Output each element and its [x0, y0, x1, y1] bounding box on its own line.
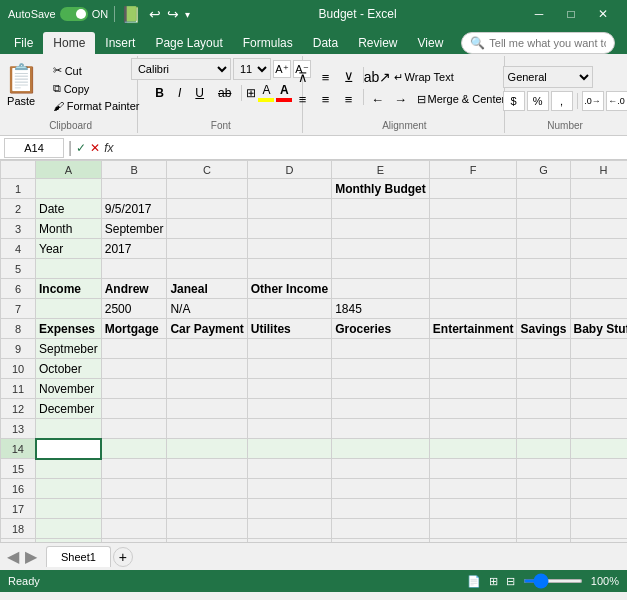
cell[interactable]: Income: [36, 279, 102, 299]
cell[interactable]: [167, 519, 247, 539]
cell[interactable]: [429, 479, 517, 499]
copy-button[interactable]: ⧉ Copy: [49, 80, 144, 97]
row-number[interactable]: 18: [1, 519, 36, 539]
cell[interactable]: [570, 199, 627, 219]
row-number[interactable]: 15: [1, 459, 36, 479]
cell[interactable]: [570, 479, 627, 499]
cell[interactable]: Savings: [517, 319, 570, 339]
row-number[interactable]: 2: [1, 199, 36, 219]
cell[interactable]: 9/5/2017: [101, 199, 167, 219]
accounting-button[interactable]: $: [503, 91, 525, 111]
cell[interactable]: Expenses: [36, 319, 102, 339]
tab-view[interactable]: View: [408, 32, 454, 54]
align-center-button[interactable]: ≡: [315, 89, 337, 109]
cell[interactable]: [429, 539, 517, 543]
cell[interactable]: [517, 539, 570, 543]
cell[interactable]: [517, 179, 570, 199]
cut-button[interactable]: ✂ Cut: [49, 62, 144, 79]
cell[interactable]: [429, 339, 517, 359]
cell[interactable]: [36, 299, 102, 319]
cell[interactable]: [429, 299, 517, 319]
cell[interactable]: [429, 199, 517, 219]
cell[interactable]: [101, 479, 167, 499]
quick-access-more[interactable]: ▾: [183, 7, 192, 22]
cell[interactable]: [167, 199, 247, 219]
merge-center-button[interactable]: ⊟ Merge & Center ▾: [413, 89, 518, 109]
decimal-decrease-button[interactable]: ←.0: [606, 91, 627, 111]
cell[interactable]: [247, 419, 331, 439]
view-normal-icon[interactable]: 📄: [467, 575, 481, 588]
cell[interactable]: [570, 339, 627, 359]
sheet-tab-sheet1[interactable]: Sheet1: [46, 546, 111, 567]
cell[interactable]: [517, 499, 570, 519]
cell[interactable]: [429, 399, 517, 419]
view-break-icon[interactable]: ⊟: [506, 575, 515, 588]
cell[interactable]: Utilites: [247, 319, 331, 339]
row-number[interactable]: 7: [1, 299, 36, 319]
cell[interactable]: [247, 219, 331, 239]
cell[interactable]: [101, 359, 167, 379]
cell[interactable]: [517, 399, 570, 419]
cell[interactable]: [517, 519, 570, 539]
cell[interactable]: [570, 419, 627, 439]
cell[interactable]: [429, 379, 517, 399]
tell-me-box[interactable]: 🔍: [461, 32, 615, 54]
cell[interactable]: [570, 259, 627, 279]
cell[interactable]: [517, 239, 570, 259]
cell[interactable]: [332, 439, 430, 459]
number-format-select[interactable]: General: [503, 66, 593, 88]
cell[interactable]: [429, 239, 517, 259]
cell[interactable]: [167, 359, 247, 379]
bold-button[interactable]: B: [149, 84, 170, 102]
cell[interactable]: 2500: [101, 299, 167, 319]
col-header-F[interactable]: F: [429, 161, 517, 179]
cell[interactable]: [101, 459, 167, 479]
col-header-E[interactable]: E: [332, 161, 430, 179]
align-bottom-button[interactable]: ⊻: [338, 67, 360, 87]
cell[interactable]: [101, 499, 167, 519]
redo-button[interactable]: ↪: [165, 4, 181, 24]
scroll-sheets-left[interactable]: ◀: [4, 547, 22, 566]
row-number[interactable]: 9: [1, 339, 36, 359]
col-header-B[interactable]: B: [101, 161, 167, 179]
cell[interactable]: [517, 479, 570, 499]
tab-data[interactable]: Data: [303, 32, 348, 54]
cell[interactable]: [570, 239, 627, 259]
cell[interactable]: Janeal: [167, 279, 247, 299]
cell[interactable]: [247, 519, 331, 539]
col-header-G[interactable]: G: [517, 161, 570, 179]
cell[interactable]: [332, 259, 430, 279]
cell[interactable]: [247, 539, 331, 543]
cell[interactable]: [247, 399, 331, 419]
cell[interactable]: [332, 279, 430, 299]
cancel-icon[interactable]: ✕: [90, 141, 100, 155]
cell[interactable]: [517, 339, 570, 359]
cell[interactable]: [101, 419, 167, 439]
align-left-button[interactable]: ≡: [292, 89, 314, 109]
decimal-increase-button[interactable]: .0→: [582, 91, 604, 111]
row-number[interactable]: 14: [1, 439, 36, 459]
cell[interactable]: [332, 239, 430, 259]
tab-file[interactable]: File: [4, 32, 43, 54]
indent-increase-button[interactable]: →: [390, 89, 412, 109]
cell[interactable]: [101, 399, 167, 419]
cell[interactable]: [429, 439, 517, 459]
row-number[interactable]: 3: [1, 219, 36, 239]
cell[interactable]: Groceries: [332, 319, 430, 339]
cell[interactable]: [247, 459, 331, 479]
cell-reference-input[interactable]: [4, 138, 64, 158]
row-number[interactable]: 16: [1, 479, 36, 499]
cell[interactable]: [167, 499, 247, 519]
paste-button[interactable]: 📋 Paste: [0, 58, 45, 111]
cell[interactable]: Month: [36, 219, 102, 239]
wrap-text-button[interactable]: ↵ Wrap Text: [390, 67, 458, 87]
cell[interactable]: [247, 379, 331, 399]
cell[interactable]: [517, 379, 570, 399]
cell[interactable]: [570, 359, 627, 379]
row-number[interactable]: 8: [1, 319, 36, 339]
col-header-D[interactable]: D: [247, 161, 331, 179]
orientation-button[interactable]: ab↗: [367, 67, 389, 87]
cell[interactable]: [247, 299, 331, 319]
cell[interactable]: [570, 299, 627, 319]
border-button[interactable]: ⊞: [246, 86, 256, 100]
